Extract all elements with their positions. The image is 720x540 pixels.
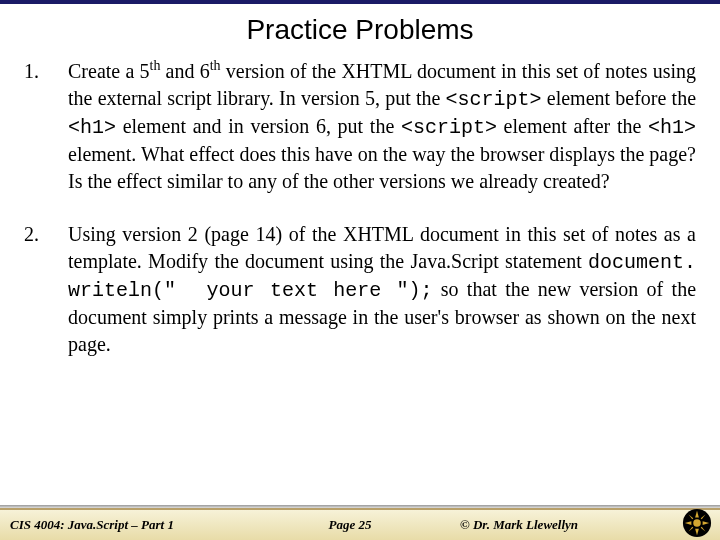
list-item: 2. Using version 2 (page 14) of the XHTM… (24, 221, 696, 358)
ucf-logo-icon (682, 508, 712, 538)
item-body: Create a 5th and 6th version of the XHTM… (68, 58, 696, 195)
content-area: 1. Create a 5th and 6th version of the X… (0, 58, 720, 540)
list-item: 1. Create a 5th and 6th version of the X… (24, 58, 696, 195)
item-number: 2. (24, 221, 68, 358)
slide-title: Practice Problems (0, 14, 720, 46)
item-number: 1. (24, 58, 68, 195)
footer-course: CIS 4004: Java.Script – Part 1 (0, 517, 260, 533)
footer-author: © Dr. Mark Llewellyn (440, 517, 720, 533)
item-body: Using version 2 (page 14) of the XHTML d… (68, 221, 696, 358)
slide: Practice Problems 1. Create a 5th and 6t… (0, 4, 720, 540)
footer-page: Page 25 (260, 517, 440, 533)
svg-point-1 (693, 519, 701, 527)
footer-bar: CIS 4004: Java.Script – Part 1 Page 25 ©… (0, 508, 720, 540)
